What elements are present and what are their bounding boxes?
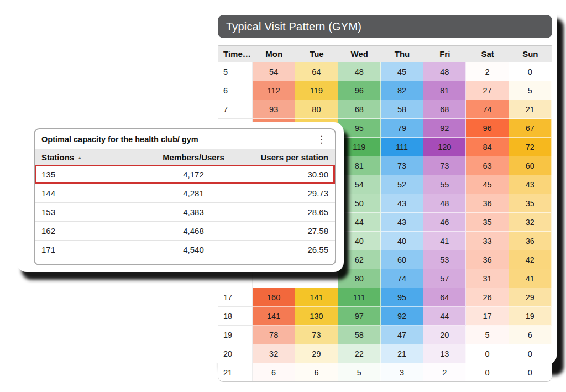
heatmap-cell[interactable]: 48 — [338, 62, 381, 81]
day-column-header[interactable]: Mon — [253, 46, 295, 62]
heatmap-cell[interactable]: 29 — [295, 344, 338, 363]
heatmap-cell[interactable]: 92 — [381, 307, 423, 326]
heatmap-cell[interactable]: 55 — [423, 175, 466, 194]
capacity-row[interactable]: 1714,54026.55 — [35, 240, 335, 259]
heatmap-cell[interactable]: 5 — [338, 363, 381, 381]
day-column-header[interactable]: Wed — [338, 46, 381, 62]
heatmap-cell[interactable]: 45 — [381, 62, 423, 81]
heatmap-cell[interactable]: 21 — [381, 344, 423, 363]
heatmap-cell[interactable]: 68 — [338, 100, 381, 119]
heatmap-cell[interactable]: 72 — [509, 138, 552, 156]
heatmap-cell[interactable]: 64 — [295, 62, 338, 81]
heatmap-cell[interactable]: 47 — [381, 326, 423, 344]
heatmap-cell[interactable]: 6 — [509, 326, 552, 344]
heatmap-cell[interactable]: 93 — [253, 100, 295, 119]
heatmap-cell[interactable]: 78 — [253, 326, 295, 344]
heatmap-cell[interactable]: 64 — [423, 288, 466, 307]
heatmap-cell[interactable]: 141 — [295, 288, 338, 307]
capacity-row-highlighted[interactable]: 1354,17230.90 — [35, 165, 335, 184]
day-column-header[interactable]: Sun — [509, 46, 552, 62]
heatmap-cell[interactable]: 53 — [423, 250, 466, 269]
heatmap-cell[interactable]: 111 — [381, 138, 423, 156]
heatmap-cell[interactable]: 19 — [509, 307, 552, 326]
heatmap-cell[interactable]: 43 — [509, 175, 552, 194]
heatmap-cell[interactable]: 44 — [423, 307, 466, 326]
heatmap-cell[interactable]: 62 — [338, 250, 381, 269]
heatmap-cell[interactable]: 81 — [338, 156, 381, 175]
day-column-header[interactable]: Sat — [466, 46, 509, 62]
heatmap-cell[interactable]: 120 — [423, 138, 466, 156]
day-column-header[interactable]: Fri — [423, 46, 466, 62]
heatmap-cell[interactable]: 54 — [338, 175, 381, 194]
heatmap-cell[interactable]: 80 — [295, 100, 338, 119]
heatmap-cell[interactable]: 67 — [509, 119, 552, 138]
heatmap-cell[interactable]: 17 — [466, 307, 509, 326]
heatmap-cell[interactable]: 119 — [338, 138, 381, 156]
heatmap-cell[interactable]: 95 — [338, 119, 381, 138]
time-column-header[interactable]: Time… — [218, 46, 253, 62]
heatmap-cell[interactable]: 111 — [338, 288, 381, 307]
heatmap-cell[interactable]: 36 — [466, 250, 509, 269]
heatmap-cell[interactable]: 29 — [509, 288, 552, 307]
day-column-header[interactable]: Tue — [295, 46, 338, 62]
heatmap-cell[interactable]: 160 — [253, 288, 295, 307]
heatmap-cell[interactable]: 6 — [253, 363, 295, 381]
heatmap-cell[interactable]: 63 — [466, 156, 509, 175]
heatmap-cell[interactable]: 5 — [466, 326, 509, 344]
heatmap-cell[interactable]: 112 — [253, 81, 295, 100]
heatmap-cell[interactable]: 0 — [509, 344, 552, 363]
heatmap-cell[interactable]: 0 — [466, 344, 509, 363]
heatmap-cell[interactable] — [253, 269, 295, 288]
heatmap-cell[interactable]: 44 — [338, 213, 381, 232]
heatmap-cell[interactable]: 60 — [509, 156, 552, 175]
more-options-icon[interactable]: ⋮ — [313, 134, 329, 145]
heatmap-cell[interactable]: 35 — [509, 194, 552, 213]
heatmap-cell[interactable]: 73 — [381, 156, 423, 175]
heatmap-cell[interactable]: 84 — [466, 138, 509, 156]
heatmap-cell[interactable]: 36 — [509, 232, 552, 250]
heatmap-cell[interactable] — [295, 269, 338, 288]
heatmap-cell[interactable]: 5 — [509, 81, 552, 100]
heatmap-cell[interactable]: 41 — [423, 232, 466, 250]
heatmap-cell[interactable]: 119 — [295, 81, 338, 100]
heatmap-cell[interactable]: 54 — [253, 62, 295, 81]
heatmap-cell[interactable]: 32 — [509, 213, 552, 232]
heatmap-cell[interactable]: 97 — [338, 307, 381, 326]
heatmap-cell[interactable]: 32 — [253, 344, 295, 363]
heatmap-cell[interactable]: 41 — [509, 269, 552, 288]
heatmap-cell[interactable]: 74 — [381, 269, 423, 288]
heatmap-cell[interactable]: 6 — [295, 363, 338, 381]
heatmap-cell[interactable]: 58 — [338, 326, 381, 344]
day-column-header[interactable]: Thu — [381, 46, 423, 62]
heatmap-cell[interactable]: 13 — [423, 344, 466, 363]
heatmap-cell[interactable]: 26 — [466, 288, 509, 307]
heatmap-cell[interactable]: 43 — [381, 194, 423, 213]
column-header-members-users[interactable]: Members/Users — [130, 153, 257, 162]
heatmap-cell[interactable]: 2 — [423, 363, 466, 381]
heatmap-cell[interactable]: 74 — [466, 100, 509, 119]
heatmap-cell[interactable]: 21 — [509, 100, 552, 119]
heatmap-cell[interactable]: 92 — [423, 119, 466, 138]
heatmap-cell[interactable]: 0 — [509, 62, 552, 81]
heatmap-cell[interactable]: 40 — [381, 232, 423, 250]
heatmap-cell[interactable]: 42 — [509, 250, 552, 269]
heatmap-cell[interactable]: 60 — [381, 250, 423, 269]
heatmap-cell[interactable]: 79 — [381, 119, 423, 138]
heatmap-cell[interactable]: 27 — [466, 81, 509, 100]
heatmap-cell[interactable]: 82 — [381, 81, 423, 100]
heatmap-cell[interactable]: 2 — [466, 62, 509, 81]
heatmap-cell[interactable]: 22 — [338, 344, 381, 363]
heatmap-cell[interactable]: 73 — [295, 326, 338, 344]
heatmap-cell[interactable]: 40 — [338, 232, 381, 250]
heatmap-cell[interactable]: 31 — [466, 269, 509, 288]
heatmap-cell[interactable]: 96 — [338, 81, 381, 100]
heatmap-cell[interactable]: 57 — [423, 269, 466, 288]
heatmap-cell[interactable]: 0 — [466, 363, 509, 381]
heatmap-cell[interactable]: 35 — [466, 213, 509, 232]
heatmap-cell[interactable]: 50 — [338, 194, 381, 213]
heatmap-cell[interactable]: 141 — [253, 307, 295, 326]
heatmap-cell[interactable]: 48 — [423, 62, 466, 81]
heatmap-cell[interactable]: 58 — [381, 100, 423, 119]
heatmap-cell[interactable]: 96 — [466, 119, 509, 138]
heatmap-cell[interactable]: 36 — [466, 194, 509, 213]
